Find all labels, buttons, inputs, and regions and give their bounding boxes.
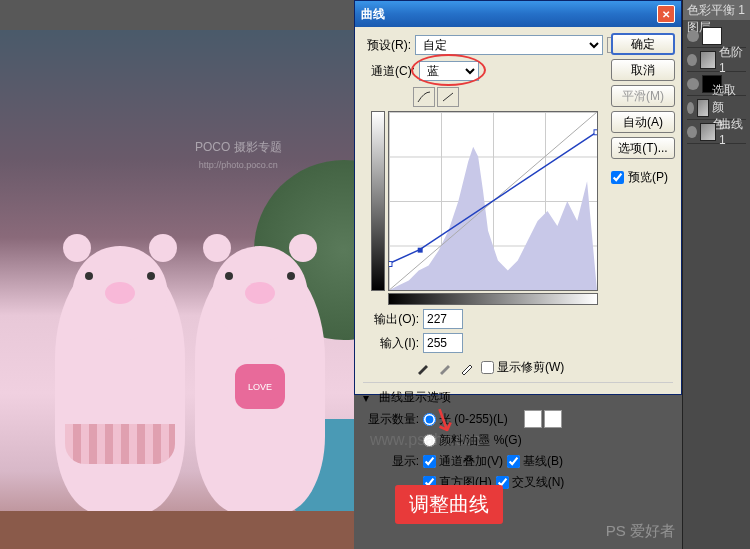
pig-figurine-left	[55, 254, 185, 514]
layer-thumb	[700, 51, 716, 69]
amount-label: 显示数量:	[363, 411, 419, 428]
eyedropper-white-icon[interactable]	[459, 360, 475, 376]
ok-button[interactable]: 确定	[611, 33, 675, 55]
channel-select[interactable]: 蓝	[419, 61, 479, 81]
show-clipping-checkbox[interactable]: 显示修剪(W)	[481, 359, 564, 376]
watermark-sub: http://photo.poco.cn	[199, 160, 278, 170]
eyedropper-black-icon[interactable]	[415, 360, 431, 376]
layer-thumb	[697, 99, 709, 117]
watermark-main: POCO 摄影专题	[195, 140, 282, 156]
curves-dialog: 曲线 ✕ 预设(R): 自定 ≡ 通道(C): 蓝	[354, 0, 682, 395]
output-gradient	[371, 111, 385, 291]
intersection-checkbox[interactable]: 交叉线(N)	[496, 474, 565, 491]
pig-heart: LOVE	[235, 364, 285, 409]
preset-select[interactable]: 自定	[415, 35, 603, 55]
output-label: 输出(O):	[371, 311, 419, 328]
input-field[interactable]	[423, 333, 463, 353]
grid-coarse-icon[interactable]	[524, 410, 542, 428]
edited-photo: POCO 摄影专题 http://photo.poco.cn LOVE	[0, 30, 354, 549]
annotation-callout: 调整曲线	[395, 485, 503, 524]
panel-tab[interactable]: 色彩平衡 1 图层	[683, 0, 750, 20]
chevron-down-icon[interactable]: ▾	[363, 391, 375, 405]
visibility-icon[interactable]	[687, 54, 697, 66]
dialog-titlebar[interactable]: 曲线 ✕	[355, 1, 681, 27]
baseline-checkbox[interactable]: 基线(B)	[507, 453, 563, 470]
preset-label: 预设(R):	[363, 37, 411, 54]
curve-tool-icon[interactable]	[413, 87, 435, 107]
pig-figurine-right: LOVE	[195, 254, 325, 514]
output-field[interactable]	[423, 309, 463, 329]
layer-row[interactable]: 色阶 1	[687, 48, 746, 72]
svg-rect-3	[594, 130, 597, 135]
curve-line	[389, 112, 597, 290]
svg-rect-2	[418, 248, 423, 253]
input-gradient	[388, 293, 598, 305]
show-label: 显示:	[363, 453, 419, 470]
input-label: 输入(I):	[371, 335, 419, 352]
visibility-icon[interactable]	[687, 30, 699, 42]
visibility-icon[interactable]	[687, 102, 694, 114]
pig-skirt	[65, 424, 175, 464]
shelf	[0, 511, 354, 549]
svg-rect-1	[389, 262, 392, 267]
visibility-icon[interactable]	[687, 126, 697, 138]
eyedropper-gray-icon[interactable]	[437, 360, 453, 376]
cancel-button[interactable]: 取消	[611, 59, 675, 81]
close-icon[interactable]: ✕	[657, 5, 675, 23]
dialog-title: 曲线	[361, 6, 385, 23]
pencil-tool-icon[interactable]	[437, 87, 459, 107]
preview-checkbox[interactable]: 预览(P)	[611, 169, 675, 186]
site-watermark: PS 爱好者	[606, 522, 675, 541]
url-watermark: www.psahz.com	[370, 431, 486, 449]
layer-thumb	[702, 27, 722, 45]
smooth-button: 平滑(M)	[611, 85, 675, 107]
layer-thumb	[700, 123, 716, 141]
options-button[interactable]: 选项(T)...	[611, 137, 675, 159]
layers-panel: 色彩平衡 1 图层 色阶 1 选取颜色... 曲线 1	[682, 0, 750, 549]
photo-watermark: POCO 摄影专题 http://photo.poco.cn	[195, 140, 282, 172]
channel-label: 通道(C):	[367, 63, 415, 80]
overlay-checkbox[interactable]: 通道叠加(V)	[423, 453, 503, 470]
auto-button[interactable]: 自动(A)	[611, 111, 675, 133]
grid-fine-icon[interactable]	[544, 410, 562, 428]
curves-graph[interactable]	[388, 111, 598, 291]
visibility-icon[interactable]	[687, 78, 699, 90]
